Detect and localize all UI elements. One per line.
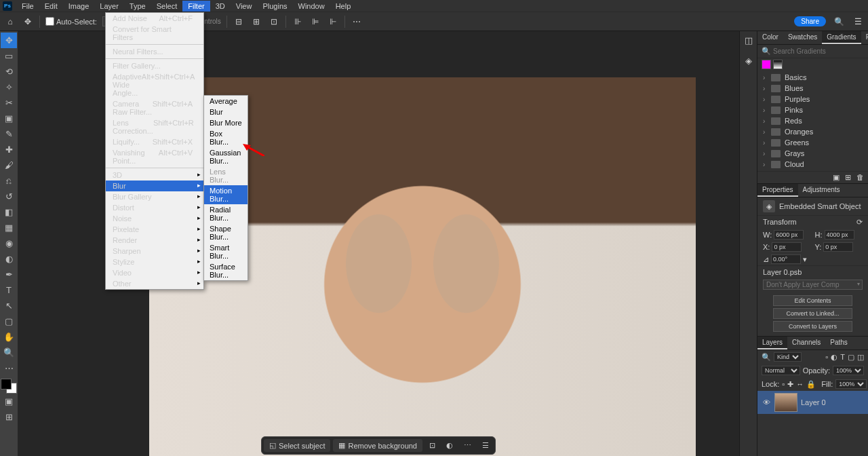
x-input[interactable] — [772, 242, 802, 252]
gradient-folder-basics[interactable]: Basics — [757, 72, 868, 83]
gradient-folder-greens[interactable]: Greens — [757, 137, 868, 148]
screenmode-toggle[interactable]: ⊞ — [1, 409, 17, 425]
menu-file[interactable]: File — [16, 1, 39, 12]
lock-icon[interactable]: ✚ — [787, 380, 793, 389]
more-tools[interactable]: ⋯ — [1, 360, 17, 376]
align-icon[interactable]: ⊡ — [268, 17, 280, 26]
filter-item-adaptive-wide-angle-[interactable]: Adaptive Wide Angle...Alt+Shift+Ctrl+A — [106, 71, 203, 98]
tab-properties[interactable]: Properties — [757, 184, 798, 197]
eraser-tool[interactable]: ◧ — [1, 204, 17, 220]
workspace-icon[interactable]: ☰ — [852, 17, 864, 26]
angle-input[interactable] — [771, 254, 801, 264]
settings-icon[interactable]: ☰ — [478, 439, 493, 452]
reset-icon[interactable]: ⟳ — [856, 218, 863, 227]
edit-contents-button[interactable]: Edit Contents — [773, 295, 853, 306]
adjust-icon[interactable]: ◐ — [442, 439, 457, 452]
blur-item-surface-blur-[interactable]: Surface Blur... — [204, 261, 248, 280]
filter-item-noise[interactable]: Noise — [106, 213, 203, 224]
filter-icon[interactable]: ▫ — [825, 353, 828, 361]
fill[interactable]: 100% — [835, 379, 867, 389]
more-icon[interactable]: ⋯ — [460, 439, 475, 452]
tab-swatches[interactable]: Swatches — [783, 31, 822, 44]
pen-tool[interactable]: ✒ — [1, 267, 17, 282]
gradient-folder-cloud[interactable]: Cloud — [757, 159, 868, 170]
gradient-folder-blues[interactable]: Blues — [757, 83, 868, 94]
filter-item-render[interactable]: Render — [106, 235, 203, 246]
move-tool[interactable]: ✥ — [1, 33, 17, 48]
color-swatches[interactable] — [1, 379, 17, 394]
filter-item-sharpen[interactable]: Sharpen — [106, 246, 203, 256]
crop-tool[interactable]: ✂ — [1, 95, 17, 111]
blend-mode[interactable]: Normal — [762, 366, 800, 375]
menu-view[interactable]: View — [231, 1, 258, 12]
blur-item-blur[interactable]: Blur — [204, 107, 248, 117]
marquee-tool[interactable]: ▭ — [1, 48, 17, 64]
menu-type[interactable]: Type — [124, 1, 151, 12]
y-input[interactable] — [823, 242, 853, 252]
tab-adjustments[interactable]: Adjustments — [798, 184, 845, 197]
filter-icon[interactable]: ◐ — [831, 353, 837, 362]
layer-thumbnail[interactable] — [774, 393, 797, 412]
visibility-icon[interactable]: 👁 — [762, 398, 771, 406]
blur-item-blur-more[interactable]: Blur More — [204, 117, 248, 128]
gradient-folder-pinks[interactable]: Pinks — [757, 104, 868, 115]
panel-icon[interactable]: ◈ — [743, 56, 755, 68]
filter-item-blur[interactable]: Blur — [106, 180, 203, 191]
filter-icon[interactable]: T — [840, 353, 845, 361]
lock-icon[interactable]: ▫ — [782, 380, 785, 388]
blur-item-radial-blur-[interactable]: Radial Blur... — [204, 204, 248, 223]
home-icon[interactable]: ⌂ — [4, 17, 16, 26]
filter-item-neural-filters-[interactable]: Neural Filters... — [106, 46, 203, 57]
brush-tool[interactable]: 🖌 — [1, 157, 17, 173]
blur-item-motion-blur-[interactable]: Motion Blur... — [204, 185, 248, 204]
transform-icon[interactable]: ⊡ — [425, 439, 439, 452]
tab-layers[interactable]: Layers — [757, 337, 787, 349]
auto-select-checkbox[interactable]: Auto-Select: — [45, 17, 97, 26]
layer-row[interactable]: 👁 Layer 0 — [757, 391, 868, 414]
menu-layer[interactable]: Layer — [94, 1, 124, 12]
filter-kind[interactable]: Kind — [774, 352, 802, 362]
frame-tool[interactable]: ▣ — [1, 111, 17, 126]
tab-channels[interactable]: Channels — [787, 337, 825, 349]
gradient-swatch[interactable] — [762, 60, 771, 69]
align-icon[interactable]: ⊞ — [250, 17, 262, 26]
remove-bg-button[interactable]: ▦Remove background — [333, 439, 422, 452]
gradient-tool[interactable]: ▦ — [1, 220, 17, 235]
menu-window[interactable]: Window — [293, 1, 330, 12]
height-input[interactable] — [825, 230, 854, 240]
filter-item-blur-gallery[interactable]: Blur Gallery — [106, 191, 203, 202]
filter-item-3d[interactable]: 3D — [106, 170, 203, 180]
gradient-folder-oranges[interactable]: Oranges — [757, 126, 868, 137]
eyedropper-tool[interactable]: ✎ — [1, 126, 17, 142]
menu-filter[interactable]: Filter — [182, 1, 210, 12]
gradient-folder-purples[interactable]: Purples — [757, 94, 868, 104]
stamp-tool[interactable]: ⎌ — [1, 173, 17, 189]
filter-item-video[interactable]: Video — [106, 267, 203, 278]
gradient-folder-reds[interactable]: Reds — [757, 115, 868, 126]
new-group-icon[interactable]: ▣ — [833, 173, 840, 182]
align-icon[interactable]: ⊟ — [233, 17, 245, 26]
tab-gradients[interactable]: Gradients — [822, 31, 861, 44]
layer-name[interactable]: Layer 0 — [801, 398, 826, 406]
convert-layers-button[interactable]: Convert to Layers — [773, 321, 853, 332]
search-icon[interactable]: 🔍 — [833, 17, 845, 26]
lasso-tool[interactable]: ⟲ — [1, 64, 17, 79]
filter-item-liquify-[interactable]: Liquify...Shift+Ctrl+X — [106, 136, 203, 147]
filter-item-other[interactable]: Other — [106, 278, 203, 289]
width-input[interactable] — [774, 230, 804, 240]
menu-image[interactable]: Image — [63, 1, 95, 12]
opacity[interactable]: 100% — [833, 366, 864, 375]
tab-paths[interactable]: Paths — [825, 337, 852, 349]
gradient-folder-grays[interactable]: Grays — [757, 148, 868, 159]
menu-select[interactable]: Select — [151, 1, 183, 12]
filter-item-stylize[interactable]: Stylize — [106, 256, 203, 267]
shape-tool[interactable]: ▢ — [1, 314, 17, 329]
distribute-icon[interactable]: ⊫ — [309, 17, 321, 26]
more-icon[interactable]: ⋯ — [351, 17, 363, 26]
path-tool[interactable]: ↖ — [1, 298, 17, 314]
search-input[interactable] — [773, 48, 864, 55]
menu-plugins[interactable]: Plugins — [257, 1, 292, 12]
new-item-icon[interactable]: ⊞ — [845, 173, 851, 182]
type-tool[interactable]: T — [1, 282, 17, 298]
share-button[interactable]: Share — [794, 16, 826, 26]
